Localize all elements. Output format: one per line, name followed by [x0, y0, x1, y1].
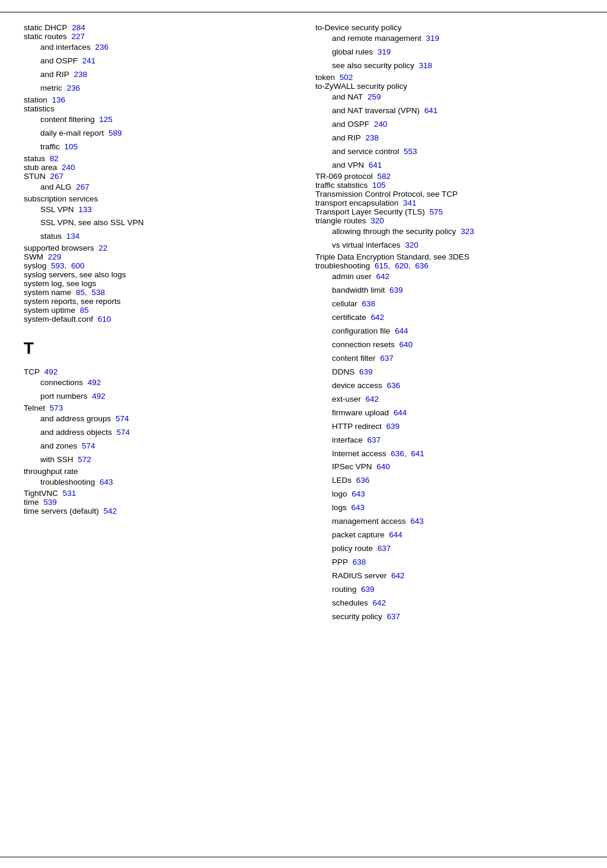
entry-number[interactable]: 134 [64, 230, 79, 244]
entry-label: Internet access [332, 447, 386, 461]
entry-number[interactable]: 82 [47, 154, 59, 163]
entry-number[interactable]: 643 [350, 488, 365, 501]
entry-number[interactable]: 267 [74, 181, 90, 194]
entry-number[interactable]: 240 [372, 118, 387, 132]
index-entry: and OSPF 241 [24, 55, 292, 68]
entry-number[interactable]: 539 [41, 498, 57, 507]
entry-number[interactable]: 320 [403, 239, 418, 252]
entry-label: security policy [332, 610, 382, 624]
entry-number[interactable]: 642 [374, 270, 389, 284]
entry-number[interactable]: 538 [90, 288, 105, 297]
entry-number[interactable]: 637 [375, 542, 391, 556]
entry-number[interactable]: 638 [350, 556, 366, 569]
entry-number[interactable]: 542 [101, 507, 117, 515]
entry-number[interactable]: 642 [363, 393, 379, 406]
entry-number[interactable]: 136 [50, 95, 65, 104]
entry-number[interactable]: 640 [375, 460, 390, 474]
entry-number[interactable]: 593 [49, 261, 64, 270]
entry-number[interactable]: 318 [417, 59, 432, 73]
entry-number[interactable]: 229 [46, 252, 61, 261]
entry-number[interactable]: 238 [363, 132, 379, 145]
entry-number[interactable]: 644 [387, 529, 402, 542]
index-entry: static DHCP 284 [24, 23, 292, 32]
entry-number[interactable]: 236 [93, 41, 108, 55]
entry-number[interactable]: 639 [387, 284, 402, 297]
entry-number[interactable]: 638 [360, 297, 375, 311]
entry-number[interactable]: 553 [401, 145, 417, 159]
entry-number[interactable]: 639 [384, 420, 400, 434]
entry-number[interactable]: 267 [48, 172, 63, 181]
entry-number[interactable]: 241 [80, 55, 95, 68]
entry-number[interactable]: 643 [97, 476, 113, 489]
index-entry: and zones 574 [24, 440, 292, 453]
entry-number[interactable]: 575 [427, 207, 443, 216]
entry-number[interactable]: 492 [42, 367, 57, 376]
entry-number[interactable]: 323 [458, 225, 474, 239]
entry-number[interactable]: 643 [408, 515, 424, 529]
entry-number[interactable]: 125 [97, 113, 113, 127]
entry-number[interactable]: 642 [389, 569, 404, 583]
entry-number[interactable]: 85 [74, 288, 85, 297]
index-entry: DDNS 639 [315, 366, 583, 379]
entry-number[interactable]: 642 [370, 597, 386, 610]
entry-label: Transmission Control Protocol, see TCP [315, 190, 458, 198]
entry-number[interactable]: 600 [69, 261, 84, 270]
entry-number[interactable]: 636 [354, 474, 369, 488]
entry-number[interactable]: 531 [60, 489, 76, 498]
entry-number[interactable]: 639 [359, 583, 374, 597]
entry-number[interactable]: 640 [397, 338, 413, 352]
entry-number[interactable]: 620 [392, 261, 408, 270]
entry-label: Transport Layer Security (TLS) [315, 207, 425, 216]
entry-number[interactable]: 615 [372, 261, 388, 270]
entry-label: and service control [332, 145, 399, 159]
entry-number[interactable]: 502 [337, 73, 353, 82]
entry-number[interactable]: 610 [95, 315, 111, 324]
entry-number[interactable]: 259 [365, 91, 381, 104]
entry-number[interactable]: 492 [85, 376, 101, 390]
entry-number[interactable]: 589 [106, 127, 122, 140]
entry-number[interactable]: 22 [97, 244, 108, 252]
index-entry: connection resets 640 [315, 338, 583, 352]
entry-number[interactable]: 284 [70, 23, 85, 32]
entry-number[interactable]: 236 [65, 82, 80, 95]
index-entry: daily e-mail report 589 [24, 127, 292, 140]
index-entry: station 136 [24, 95, 292, 104]
entry-number[interactable]: 574 [113, 412, 129, 426]
entry-number[interactable]: 133 [76, 203, 92, 217]
entry-number[interactable]: 582 [375, 172, 391, 181]
entry-number[interactable]: 636 [413, 261, 428, 270]
entry-number[interactable]: 105 [62, 140, 78, 154]
entry-number[interactable]: 641 [409, 447, 424, 461]
entry-number[interactable]: 105 [370, 181, 385, 190]
page-header [0, 0, 607, 12]
entry-number[interactable]: 639 [357, 366, 372, 379]
entry-number[interactable]: 341 [401, 198, 416, 207]
entry-number[interactable]: 642 [369, 311, 384, 325]
entry-number[interactable]: 643 [349, 501, 365, 515]
entry-number[interactable]: 641 [366, 159, 382, 172]
entry-number[interactable]: 574 [79, 440, 95, 453]
entry-number[interactable]: 574 [114, 426, 130, 440]
entry-number[interactable]: 492 [90, 390, 106, 403]
entry-number[interactable]: 637 [378, 352, 394, 366]
entry-number[interactable]: 85 [78, 306, 89, 315]
entry-number[interactable]: 573 [47, 403, 63, 412]
entry-label: firmware upload [332, 406, 389, 420]
index-entry: HTTP redirect 639 [315, 420, 583, 434]
entry-number[interactable]: 320 [369, 216, 384, 225]
entry-number[interactable]: 644 [392, 325, 408, 338]
entry-number[interactable]: 641 [422, 104, 437, 118]
entry-number[interactable]: 240 [59, 163, 75, 172]
index-entry: and remote management 319 [315, 32, 583, 46]
entry-number[interactable]: 319 [424, 32, 439, 46]
entry-number[interactable]: 238 [72, 68, 87, 82]
entry-number[interactable]: 636 [389, 447, 404, 461]
entry-number[interactable]: 227 [69, 32, 85, 41]
entry-number[interactable]: 637 [385, 610, 400, 624]
entry-number[interactable]: 572 [76, 453, 91, 467]
entry-number[interactable]: 644 [391, 406, 407, 420]
index-entry: SSL VPN 133 [24, 203, 292, 217]
entry-number[interactable]: 636 [385, 379, 400, 393]
entry-number[interactable]: 319 [375, 46, 391, 59]
entry-number[interactable]: 637 [365, 434, 381, 447]
